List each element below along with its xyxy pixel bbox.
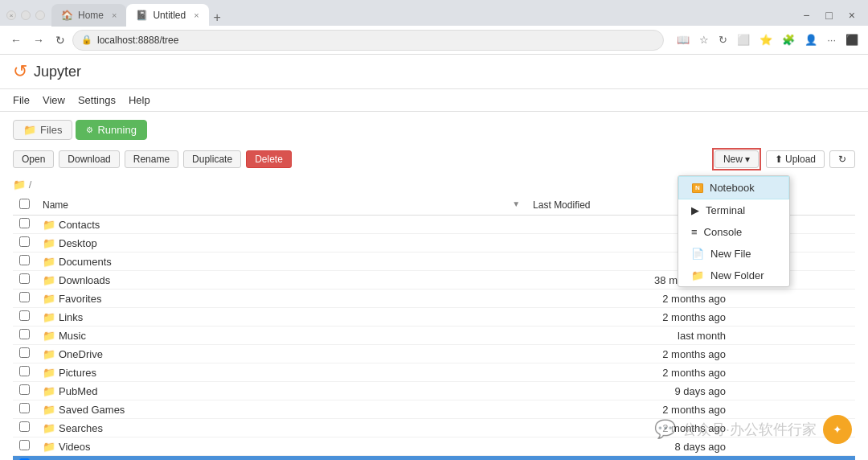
folder-icon: 📁 (43, 219, 55, 231)
file-name-cell: 📁Contacts (36, 216, 526, 234)
refresh-files-button[interactable]: ↻ (829, 150, 855, 168)
forward-button[interactable]: → (29, 31, 48, 49)
dropdown-new-folder-label: New Folder (710, 269, 764, 281)
dropdown-item-new-folder[interactable]: 📁 New Folder (678, 265, 789, 286)
window-close-btn[interactable]: × (842, 7, 862, 23)
row-checkbox[interactable] (19, 347, 30, 358)
folder-icon: 📁 (43, 404, 55, 416)
row-checkbox[interactable] (19, 366, 30, 376)
menu-settings[interactable]: Settings (78, 92, 116, 108)
file-name-cell: N●✏Untitled.ipynb (36, 456, 526, 461)
table-row[interactable]: 📁Pictures 2 months ago (13, 363, 855, 382)
dropdown-item-console[interactable]: ≡ Console (678, 221, 789, 243)
table-row[interactable]: 📁Music last month (13, 327, 855, 345)
notebook-icon: N (692, 183, 703, 193)
upload-button[interactable]: ⬆ Upload (766, 150, 825, 168)
window-maximize[interactable] (35, 10, 45, 20)
file-name-cell: 📁Documents (36, 253, 526, 271)
row-checkbox[interactable] (19, 310, 30, 321)
tab-action-button[interactable]: ⬜ (734, 32, 753, 47)
row-checkbox-cell (13, 456, 36, 461)
file-size-cell (732, 363, 855, 382)
read-mode-button[interactable]: 📖 (674, 32, 693, 47)
back-button[interactable]: ← (6, 31, 26, 49)
refresh-button[interactable]: ↻ (51, 31, 69, 49)
menu-view[interactable]: View (43, 92, 65, 108)
tab-home-close[interactable]: × (112, 10, 117, 20)
row-checkbox[interactable] (19, 273, 30, 284)
row-checkbox[interactable] (19, 255, 30, 265)
row-checkbox[interactable] (19, 440, 30, 450)
tab-untitled-close[interactable]: × (194, 10, 199, 20)
new-folder-icon: 📁 (691, 269, 704, 281)
download-button[interactable]: Download (59, 150, 119, 168)
table-row[interactable]: N●✏Untitled.ipynb 10 seconds ago 72 B (13, 456, 855, 461)
dropdown-console-label: Console (704, 226, 743, 238)
row-checkbox[interactable] (19, 403, 30, 413)
table-row[interactable]: 📁Favorites 2 months ago (13, 290, 855, 308)
table-row[interactable]: 📁OneDrive 2 months ago (13, 345, 855, 363)
rename-button[interactable]: Rename (125, 150, 178, 168)
window-minimize-btn[interactable]: − (796, 7, 816, 23)
profile-button[interactable]: 👤 (801, 32, 821, 47)
more-button[interactable]: ··· (824, 32, 839, 47)
favorites-button[interactable]: ☆ (696, 32, 712, 47)
file-name-cell: 📁Pictures (36, 363, 526, 382)
tab-untitled[interactable]: 📓 Untitled × (126, 4, 208, 27)
jupyter-title: Jupyter (34, 64, 81, 80)
dropdown-new-file-label: New File (710, 248, 751, 260)
row-checkbox[interactable] (19, 236, 30, 247)
dropdown-item-notebook[interactable]: N Notebook (678, 176, 789, 199)
select-all-header (13, 195, 36, 216)
address-bar[interactable]: 🔒 localhost:8888/tree (72, 30, 664, 51)
sidebar-button[interactable]: ⬛ (842, 32, 862, 47)
watermark-logo: ✦ (823, 415, 852, 444)
file-name-cell: 📁OneDrive (36, 345, 526, 363)
folder-icon: 📁 (43, 348, 55, 360)
row-checkbox-cell (13, 253, 36, 271)
row-checkbox[interactable] (19, 421, 30, 432)
file-size-cell (732, 327, 855, 345)
file-name: Saved Games (59, 404, 125, 416)
extensions-button[interactable]: 🧩 (779, 32, 798, 47)
file-name: Desktop (59, 237, 97, 249)
row-checkbox-cell (13, 400, 36, 419)
row-checkbox[interactable] (19, 218, 30, 228)
file-name: Documents (59, 256, 112, 268)
folder-icon-breadcrumb: 📁 (13, 179, 26, 191)
row-checkbox-cell (13, 437, 36, 456)
tab-files-label: Files (40, 124, 62, 136)
row-checkbox[interactable] (19, 292, 30, 302)
window-restore-btn[interactable]: □ (819, 7, 838, 23)
new-tab-button[interactable]: + (209, 9, 226, 27)
open-button[interactable]: Open (13, 150, 54, 168)
file-name-cell: 📁Music (36, 327, 526, 345)
folder-icon: 📁 (43, 441, 55, 453)
settings-button[interactable]: ⭐ (756, 32, 776, 47)
row-checkbox-cell (13, 419, 36, 437)
watermark-text: 公众号·办公软件行家 (682, 420, 817, 439)
row-checkbox[interactable] (19, 329, 30, 339)
folder-icon: 📁 (43, 367, 55, 379)
tab-running[interactable]: ⚙ Running (76, 120, 146, 140)
dropdown-item-new-file[interactable]: 📄 New File (678, 243, 789, 265)
name-header[interactable]: Name ▼ (36, 195, 526, 216)
table-row[interactable]: 📁PubMed 9 days ago (13, 382, 855, 400)
menu-file[interactable]: File (13, 92, 30, 108)
menu-help[interactable]: Help (129, 92, 150, 108)
table-row[interactable]: 📁Links 2 months ago (13, 308, 855, 327)
browser-refresh[interactable]: ↻ (715, 32, 731, 47)
tab-files[interactable]: 📁 Files (13, 120, 72, 140)
file-name-cell: 📁Favorites (36, 290, 526, 308)
file-size-cell (732, 290, 855, 308)
delete-button[interactable]: Delete (246, 150, 292, 168)
row-checkbox[interactable] (19, 384, 30, 395)
tab-home[interactable]: 🏠 Home × (51, 4, 126, 27)
dropdown-item-terminal[interactable]: ▶ Terminal (678, 199, 789, 221)
window-close[interactable]: × (6, 10, 16, 20)
file-size-cell (732, 345, 855, 363)
window-minimize[interactable] (21, 10, 31, 20)
duplicate-button[interactable]: Duplicate (183, 150, 241, 168)
new-button[interactable]: New ▾ (714, 150, 759, 168)
select-all-checkbox[interactable] (19, 199, 30, 209)
